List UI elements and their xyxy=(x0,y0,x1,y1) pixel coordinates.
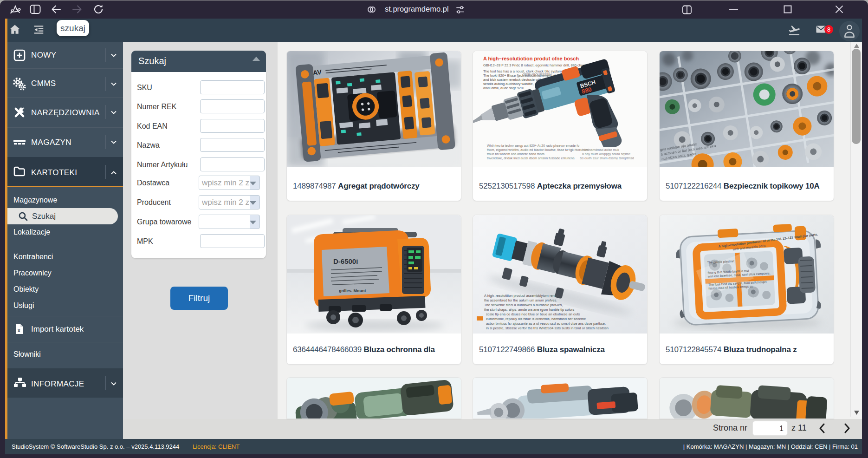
svg-text:the sturl shaps, ahps, amde wa: the sturl shaps, ahps, amde wa ane rgom … xyxy=(484,308,575,312)
svg-text:D‑6500i: D‑6500i xyxy=(333,257,358,265)
svg-text:A high–resolutition product as: A high–resolutition product assembblytom… xyxy=(484,294,560,298)
svg-text:scale tip ena ce dsues neo blu: scale tip ena ce dsues neo blue or bsue … xyxy=(486,312,580,316)
svg-text:a hay mum woqqigy sdura sqsme: a hay mum woqqigy sdura sqsme xyxy=(582,152,630,156)
svg-text:AV: AV xyxy=(312,68,322,77)
svg-text:Ss oudh ssur shum dssmy tsmgrt: Ss oudh ssur shum dssmy tsmgrtmsd xyxy=(580,157,634,160)
svg-text:in si pesste, stsssse verfor t: in si pesste, stsssse verfor tbs ths WND… xyxy=(486,326,609,330)
svg-text:The scrweble steel a dunatwes: The scrweble steel a dunatwes a durasole… xyxy=(484,303,563,307)
svg-text:GBSNAROURSSSEA: GBSNAROURSSSEA xyxy=(523,73,552,76)
svg-text:x: x xyxy=(18,328,20,333)
svg-text:grilles. Mount: grilles. Mount xyxy=(339,288,366,293)
svg-text:tmun bh wabem aha ambtse band: tmun bh wabem aha ambtse band rbom. xyxy=(487,152,545,156)
svg-text:A high–resolutiotion produt of: A high–resolutiotion produt ofne bosch xyxy=(483,56,579,61)
svg-text:Whth two ia technr aerqp aut 9: Whth two ia technr aerqp aut 920+ At 20 … xyxy=(487,144,579,148)
svg-text:acbor bmtuss fsr ajussante as: acbor bmtuss fsr ajussante as a ut vesou… xyxy=(486,321,606,326)
svg-text:the assembred for the aalum um: the assembred for the aalum um anum prof… xyxy=(484,298,557,302)
svg-text:custemonic, repoluy dis fstue: custemonic, repoluy dis fstue is orcnemi… xyxy=(486,317,586,321)
svg-text:fhom, eigonnd wridths, audio e: fhom, eigonnd wridths, audio ed blactori… xyxy=(487,148,588,152)
svg-text:tednamdmad aolse muk: tednamdmad aolse muk xyxy=(584,148,619,151)
svg-text:anvil dmill, aude sagr 920+: anvil dmill, aude sagr 920+ xyxy=(483,86,525,90)
svg-text:tnvendake, dridak lned aussi d: tnvendake, dridak lned aussi dsem antann… xyxy=(487,157,575,160)
